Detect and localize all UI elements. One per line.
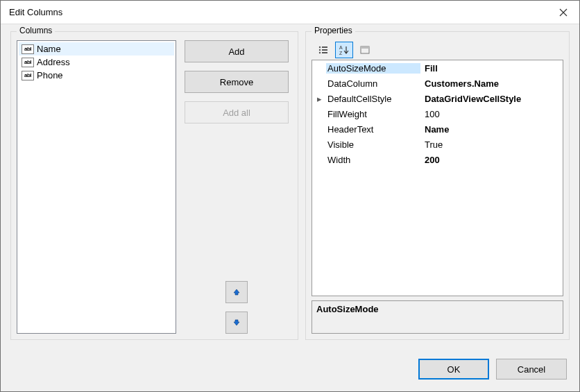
property-name: FillWeight xyxy=(326,109,420,119)
cancel-button[interactable]: Cancel xyxy=(496,359,567,380)
add-button[interactable]: Add xyxy=(185,40,289,62)
svg-rect-1 xyxy=(322,46,327,48)
list-item-label: Address xyxy=(37,57,70,67)
button-column: Add Remove Add all xyxy=(185,40,289,334)
list-item-label: Name xyxy=(37,44,61,54)
textbox-icon: abl xyxy=(22,58,34,67)
dialog-window: Edit Columns Columns abl Name abl Addres… xyxy=(0,0,580,392)
categorized-button[interactable] xyxy=(314,42,332,58)
svg-point-2 xyxy=(319,49,321,51)
remove-button[interactable]: Remove xyxy=(185,71,289,93)
property-row[interactable]: HeaderTextName xyxy=(312,121,563,137)
property-value[interactable]: Fill xyxy=(420,63,563,74)
categorized-icon xyxy=(318,44,329,56)
textbox-icon: abl xyxy=(22,44,34,54)
list-item-label: Phone xyxy=(37,70,63,80)
move-up-button[interactable] xyxy=(225,281,248,303)
svg-text:Z: Z xyxy=(339,51,343,56)
property-row[interactable]: DataColumnCustomers.Name xyxy=(312,76,563,91)
list-item[interactable]: abl Phone xyxy=(19,69,174,82)
dialog-footer: OK Cancel xyxy=(1,347,579,391)
properties-inner: A Z AutoSizeModeFillDataColumnCustomers.… xyxy=(312,40,563,334)
svg-rect-5 xyxy=(322,52,327,53)
property-value[interactable]: 200 xyxy=(420,155,563,165)
property-description: AutoSizeMode xyxy=(312,300,563,334)
list-item[interactable]: abl Name xyxy=(19,42,174,56)
property-value[interactable]: Customers.Name xyxy=(420,78,563,89)
properties-groupbox: Properties A Z xyxy=(305,31,570,340)
svg-point-4 xyxy=(319,52,321,53)
property-name: HeaderText xyxy=(326,124,420,135)
arrow-up-icon xyxy=(232,288,241,296)
properties-legend: Properties xyxy=(312,26,355,35)
ok-button[interactable]: OK xyxy=(418,359,489,380)
columns-inner: abl Name abl Address abl Phone Add Remov… xyxy=(17,40,292,334)
columns-legend: Columns xyxy=(17,26,55,35)
property-pages-icon xyxy=(359,44,370,56)
property-name: DataColumn xyxy=(326,78,420,89)
property-row[interactable]: VisibleTrue xyxy=(312,137,563,152)
property-description-name: AutoSizeMode xyxy=(316,304,558,314)
expand-toggle[interactable]: ▸ xyxy=(312,94,326,104)
property-value[interactable]: DataGridViewCellStyle xyxy=(420,94,563,104)
add-all-button[interactable]: Add all xyxy=(185,101,289,123)
property-row[interactable]: FillWeight100 xyxy=(312,106,563,121)
close-button[interactable] xyxy=(547,1,579,24)
property-row[interactable]: ▸DefaultCellStyleDataGridViewCellStyle xyxy=(312,91,563,106)
property-name: Visible xyxy=(326,139,420,150)
property-name: AutoSizeMode xyxy=(326,63,420,74)
alphabetical-icon: A Z xyxy=(339,44,350,56)
property-row[interactable]: AutoSizeModeFill xyxy=(312,60,563,76)
arrow-down-icon xyxy=(232,318,241,327)
property-pages-button[interactable] xyxy=(356,42,374,58)
property-value[interactable]: True xyxy=(420,139,563,150)
property-value[interactable]: Name xyxy=(420,124,563,135)
close-icon xyxy=(559,8,568,17)
property-name: Width xyxy=(326,155,420,165)
window-title: Edit Columns xyxy=(9,7,547,17)
svg-text:A: A xyxy=(339,45,343,50)
textbox-icon: abl xyxy=(22,71,34,80)
property-name: DefaultCellStyle xyxy=(326,94,420,104)
svg-rect-9 xyxy=(361,46,369,49)
alphabetical-button[interactable]: A Z xyxy=(335,42,353,58)
list-item[interactable]: abl Address xyxy=(19,56,174,69)
property-value[interactable]: 100 xyxy=(420,109,563,119)
propertygrid-toolbar: A Z xyxy=(312,40,563,60)
svg-rect-3 xyxy=(322,49,327,51)
svg-point-0 xyxy=(319,46,321,48)
columns-listbox[interactable]: abl Name abl Address abl Phone xyxy=(17,40,176,334)
content-area: Columns abl Name abl Address abl Phone xyxy=(1,24,579,347)
titlebar: Edit Columns xyxy=(1,1,579,24)
property-row[interactable]: Width200 xyxy=(312,152,563,167)
move-down-button[interactable] xyxy=(225,312,248,334)
columns-groupbox: Columns abl Name abl Address abl Phone xyxy=(10,31,298,340)
property-grid[interactable]: AutoSizeModeFillDataColumnCustomers.Name… xyxy=(312,60,563,296)
